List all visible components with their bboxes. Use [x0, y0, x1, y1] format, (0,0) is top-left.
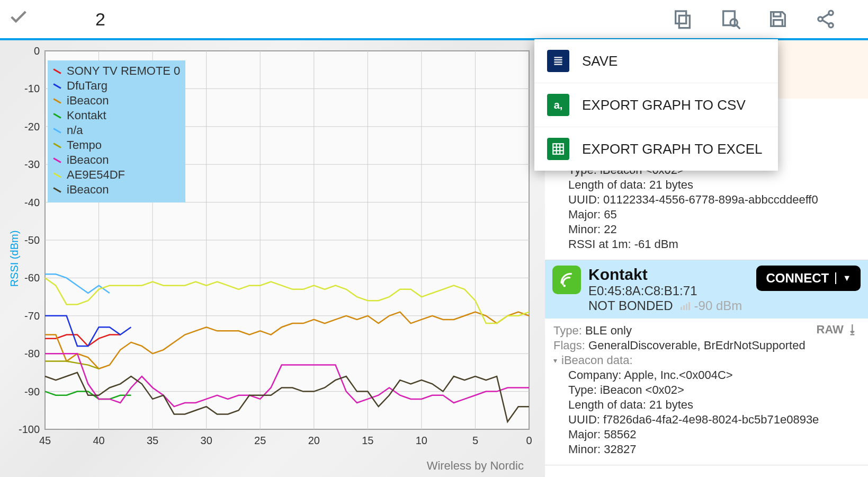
legend-item[interactable]: Kontakt — [53, 108, 180, 123]
save-disk-icon[interactable] — [767, 8, 789, 30]
svg-rect-57 — [681, 307, 682, 310]
legend-item[interactable]: SONY TV REMOTE 0 — [53, 64, 180, 78]
svg-text:-90: -90 — [24, 386, 40, 398]
legend-item[interactable]: n/a — [53, 123, 180, 138]
svg-rect-2 — [723, 11, 735, 25]
menu-save[interactable]: SAVE — [534, 39, 778, 83]
svg-text:10: 10 — [416, 435, 427, 446]
svg-rect-59 — [686, 304, 687, 310]
device-kontakt[interactable]: Kontakt E0:45:8A:C8:B1:71 NOT BONDED -90… — [545, 260, 868, 465]
svg-rect-65 — [553, 144, 563, 154]
svg-rect-6 — [774, 20, 783, 26]
minor-row: Minor: 22 — [568, 223, 860, 236]
menu-export-csv[interactable]: a, EXPORT GRAPH TO CSV — [534, 83, 778, 127]
beacon-icon — [552, 266, 581, 294]
svg-text:0: 0 — [34, 45, 40, 57]
chart-legend: SONY TV REMOTE 0DfuTargiBeaconKontaktn/a… — [48, 60, 185, 202]
flags-value: GeneralDiscoverable, BrEdrNotSupported — [588, 339, 806, 352]
device-mac: E0:45:8A:C8:B1:71 — [588, 284, 749, 298]
legend-item[interactable]: AE9E54DF — [53, 167, 180, 182]
rssi-chart[interactable]: 0-10-20-30-40-50-60-70-80-90-10045403530… — [0, 40, 545, 477]
device-title: Kontakt — [588, 266, 749, 284]
type-value: BLE only — [585, 324, 632, 337]
legend-item[interactable]: Tempo — [53, 138, 180, 153]
search-input[interactable] — [95, 9, 672, 30]
len-row: Length of data: 21 bytes — [568, 398, 860, 412]
svg-text:-50: -50 — [24, 234, 40, 246]
find-icon[interactable] — [720, 8, 741, 30]
legend-item[interactable]: iBeacon — [53, 93, 180, 108]
connect-button[interactable]: CONNECT▼ — [756, 266, 861, 291]
svg-text:15: 15 — [362, 435, 373, 446]
confirm-icon[interactable] — [0, 6, 32, 32]
svg-text:-70: -70 — [24, 310, 40, 322]
chevron-down-icon[interactable]: ▼ — [843, 273, 851, 283]
svg-rect-60 — [688, 302, 690, 310]
share-icon[interactable] — [815, 8, 836, 30]
svg-text:-20: -20 — [24, 121, 40, 132]
svg-line-4 — [737, 25, 740, 29]
svg-rect-0 — [679, 15, 690, 28]
svg-text:5: 5 — [472, 435, 478, 446]
legend-item[interactable]: iBeacon — [53, 182, 180, 197]
legend-item[interactable]: iBeacon — [53, 153, 180, 167]
doc-icon — [547, 50, 569, 72]
section-label: iBeacon data: — [561, 354, 633, 367]
svg-text:-80: -80 — [24, 348, 40, 359]
collapse-icon[interactable]: ▾ — [553, 356, 557, 365]
device-bond: NOT BONDED — [588, 298, 673, 313]
svg-text:-60: -60 — [24, 272, 40, 284]
svg-text:-30: -30 — [24, 158, 40, 170]
svg-text:20: 20 — [308, 435, 320, 446]
svg-text:-10: -10 — [24, 83, 40, 94]
svg-text:25: 25 — [254, 435, 266, 446]
type-label: Type: — [553, 324, 582, 337]
svg-text:40: 40 — [93, 435, 104, 446]
excel-icon — [547, 138, 569, 160]
svg-rect-5 — [774, 12, 781, 16]
svg-line-10 — [822, 14, 829, 18]
svg-point-56 — [563, 285, 566, 287]
chart-credit: Wireless by Nordic — [427, 459, 524, 473]
csv-icon: a, — [547, 94, 569, 116]
svg-text:45: 45 — [39, 435, 51, 446]
legend-item[interactable]: DfuTarg — [53, 78, 180, 93]
len-row: Length of data: 21 bytes — [568, 178, 860, 192]
y-axis-label: RSSI (dBm) — [8, 231, 21, 287]
company-row: Company: Apple, Inc.<0x004C> — [568, 368, 860, 382]
svg-text:-100: -100 — [19, 423, 40, 435]
flags-label: Flags: — [553, 339, 585, 352]
uuid-row: UUID: f7826da6-4fa2-4e98-8024-bc5b71e089… — [568, 413, 860, 427]
svg-rect-1 — [676, 11, 686, 23]
device-rssi: -90 dBm — [681, 298, 742, 313]
export-menu: SAVE a, EXPORT GRAPH TO CSV EXPORT GRAPH… — [534, 39, 778, 171]
copy-icon[interactable] — [672, 8, 693, 30]
uuid-row: UUID: 01122334-4556-6778-899a-abbccddeef… — [568, 193, 860, 207]
svg-text:35: 35 — [147, 435, 158, 446]
btype-row: Type: iBeacon <0x02> — [568, 383, 860, 397]
minor-row: Minor: 32827 — [568, 443, 860, 456]
rssi-row: RSSI at 1m: -61 dBm — [568, 237, 860, 251]
svg-text:0: 0 — [526, 435, 532, 446]
toolbar — [0, 0, 868, 40]
major-row: Major: 65 — [568, 208, 860, 222]
menu-export-excel[interactable]: EXPORT GRAPH TO EXCEL — [534, 127, 778, 171]
svg-line-11 — [822, 20, 829, 24]
svg-rect-58 — [683, 305, 685, 310]
svg-text:-40: -40 — [24, 197, 40, 208]
svg-text:30: 30 — [201, 435, 212, 446]
raw-button[interactable]: RAW ⭳ — [817, 323, 858, 337]
major-row: Major: 58562 — [568, 428, 860, 441]
